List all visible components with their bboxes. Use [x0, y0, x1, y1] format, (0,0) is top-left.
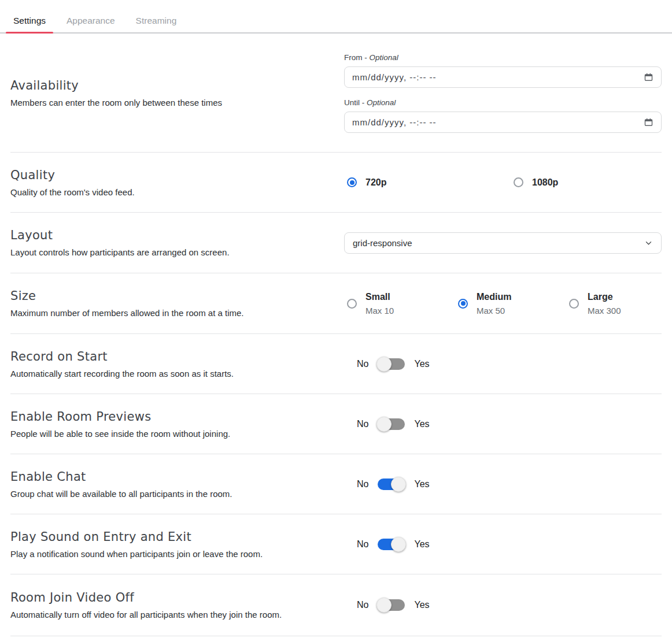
toggle-knob — [376, 598, 392, 613]
toggle-no-label: No — [357, 539, 368, 550]
toggle-yes-label: Yes — [414, 479, 429, 489]
radio-1080p[interactable] — [514, 177, 523, 187]
until-optional-text: Optional — [367, 98, 396, 107]
play-sound-title: Play Sound on Entry and Exit — [10, 530, 323, 544]
setting-row-quality: Quality Quality of the room's video feed… — [10, 153, 662, 213]
record-on-start-title: Record on Start — [10, 350, 323, 363]
until-label-text: Until - — [344, 98, 364, 107]
setting-row-record-on-start: Record on Start Automatically start reco… — [10, 334, 662, 394]
size-title: Size — [10, 289, 323, 303]
layout-description: Layout controls how participants are arr… — [10, 247, 323, 257]
layout-select[interactable]: grid-responsive — [344, 232, 662, 254]
from-calendar-icon[interactable] — [644, 72, 653, 82]
enable-chat-description: Group chat will be available to all part… — [10, 489, 323, 499]
record-on-start-toggle[interactable] — [378, 358, 405, 370]
toggle-no-label: No — [357, 359, 368, 369]
availability-title: Availability — [10, 79, 323, 92]
setting-row-enable-chat: Enable Chat Group chat will be available… — [10, 454, 662, 514]
until-calendar-icon[interactable] — [644, 117, 653, 127]
from-datetime-input[interactable]: mm/dd/yyyy, --:-- -- — [344, 66, 662, 88]
tab-streaming[interactable]: Streaming — [128, 9, 184, 32]
setting-row-layout: Layout Layout controls how participants … — [10, 213, 662, 273]
size-large-label: Large — [588, 291, 621, 302]
tab-streaming-label: Streaming — [136, 16, 177, 26]
enable-room-previews-toggle[interactable] — [378, 418, 405, 430]
quality-description: Quality of the room's video feed. — [10, 187, 323, 197]
setting-row-room-join-video-off: Room Join Video Off Automatically turn o… — [10, 574, 662, 636]
size-option-small[interactable]: Small Max 10 — [347, 291, 458, 316]
availability-description: Members can enter the room only between … — [10, 98, 323, 107]
play-sound-description: Play a notification sound when participa… — [10, 549, 323, 559]
enable-chat-title: Enable Chat — [10, 470, 323, 484]
toggle-yes-label: Yes — [414, 359, 429, 369]
enable-room-previews-description: People will be able to see inside the ro… — [10, 429, 323, 439]
size-small-label: Small — [365, 291, 394, 302]
from-field-label: From - Optional — [344, 53, 662, 62]
setting-row-play-sound: Play Sound on Entry and Exit Play a noti… — [10, 514, 662, 574]
size-medium-sublabel: Max 50 — [477, 306, 511, 316]
enable-chat-toggle[interactable] — [378, 478, 405, 490]
size-medium-label: Medium — [477, 291, 511, 302]
toggle-yes-label: Yes — [414, 419, 429, 429]
radio-small[interactable] — [347, 299, 357, 309]
from-optional-text: Optional — [370, 53, 398, 62]
toggle-yes-label: Yes — [414, 600, 429, 610]
layout-selected-value: grid-responsive — [353, 238, 412, 248]
chevron-down-icon — [644, 239, 653, 247]
room-join-video-off-description: Automatically turn off video for all par… — [10, 610, 323, 620]
record-on-start-description: Automatically start recording the room a… — [10, 369, 323, 379]
until-datetime-placeholder: mm/dd/yyyy, --:-- -- — [352, 117, 437, 127]
toggle-knob — [376, 357, 392, 372]
until-field-label: Until - Optional — [344, 98, 662, 107]
size-option-medium[interactable]: Medium Max 50 — [458, 291, 569, 316]
size-description: Maximum number of members allowed in the… — [10, 308, 323, 318]
play-sound-toggle[interactable] — [378, 539, 405, 550]
toggle-no-label: No — [357, 479, 368, 489]
quality-option-720p[interactable]: 720p — [347, 177, 514, 188]
tab-bar: Settings Appearance Streaming — [0, 0, 672, 34]
quality-title: Quality — [10, 168, 323, 182]
radio-medium[interactable] — [458, 299, 468, 309]
setting-row-availability: Availability Members can enter the room … — [10, 34, 662, 153]
room-join-video-off-toggle[interactable] — [378, 599, 405, 611]
quality-option-1080p[interactable]: 1080p — [514, 177, 662, 188]
until-datetime-input[interactable]: mm/dd/yyyy, --:-- -- — [344, 112, 662, 133]
tab-settings[interactable]: Settings — [6, 9, 53, 32]
setting-row-enable-room-previews: Enable Room Previews People will be able… — [10, 394, 662, 454]
setting-row-size: Size Maximum number of members allowed i… — [10, 273, 662, 334]
toggle-knob — [391, 537, 406, 552]
layout-title: Layout — [10, 228, 323, 242]
toggle-knob — [376, 417, 392, 432]
room-join-video-off-title: Room Join Video Off — [10, 591, 323, 604]
toggle-no-label: No — [357, 419, 368, 429]
from-datetime-placeholder: mm/dd/yyyy, --:-- -- — [352, 72, 437, 82]
radio-large[interactable] — [569, 299, 579, 309]
enable-room-previews-title: Enable Room Previews — [10, 410, 323, 424]
size-large-sublabel: Max 300 — [588, 306, 621, 316]
from-label-text: From - — [344, 53, 367, 62]
quality-720p-label: 720p — [365, 177, 386, 187]
toggle-yes-label: Yes — [414, 539, 429, 550]
tab-appearance[interactable]: Appearance — [59, 9, 123, 32]
size-small-sublabel: Max 10 — [365, 306, 394, 316]
size-option-large[interactable]: Large Max 300 — [569, 291, 662, 316]
radio-720p[interactable] — [347, 177, 357, 187]
toggle-knob — [391, 477, 406, 492]
tab-appearance-label: Appearance — [67, 16, 115, 26]
quality-1080p-label: 1080p — [532, 177, 558, 187]
tab-settings-label: Settings — [13, 16, 46, 26]
toggle-no-label: No — [357, 600, 368, 610]
